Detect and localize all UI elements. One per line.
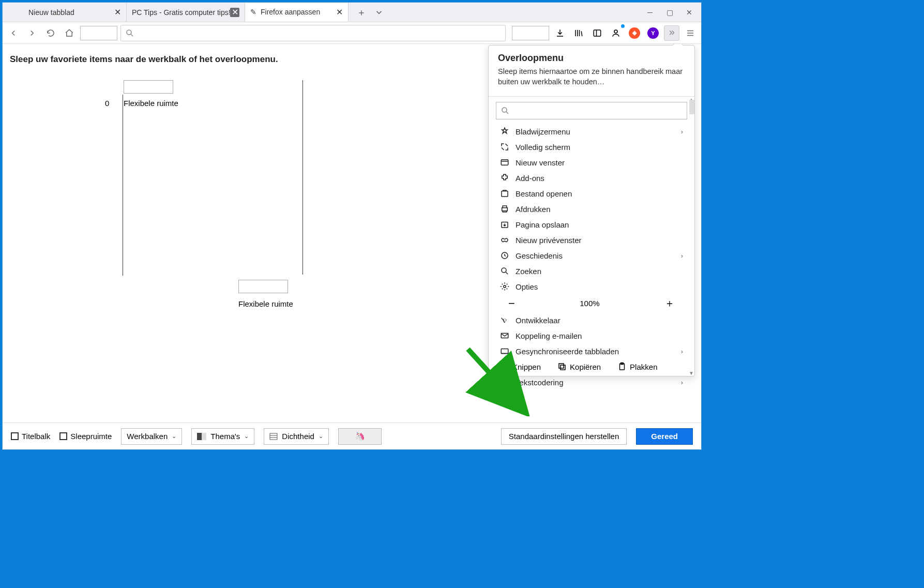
theme-swatch-icon [197, 433, 206, 440]
minimize-button[interactable]: ─ [641, 5, 659, 20]
menu-text-encoding[interactable]: Tekstcodering› [496, 374, 687, 390]
svg-rect-21 [202, 433, 206, 440]
menu-fullscreen[interactable]: Volledig scherm [496, 139, 687, 155]
palette-divider [302, 80, 303, 275]
menu-bookmarks[interactable]: Bladwijzermenu› [496, 124, 687, 139]
scroll-down-icon[interactable]: ▼ [689, 370, 694, 376]
close-window-button[interactable]: ✕ [680, 5, 698, 20]
tabs-dropdown-icon[interactable] [370, 5, 388, 20]
menu-new-window[interactable]: Nieuw venster [496, 155, 687, 170]
search-icon [125, 28, 134, 38]
menu-copy[interactable]: Kopiëren [557, 362, 601, 371]
menu-options[interactable]: Opties [496, 279, 687, 294]
density-icon [269, 433, 278, 440]
titlebar-checkbox[interactable]: Titelbalk [11, 432, 50, 441]
svg-rect-5 [502, 191, 508, 197]
menu-cut[interactable]: Knippen [500, 362, 541, 371]
tab-title: Nieuw tabblad [28, 8, 74, 17]
tab-strip: Nieuw tabblad ✕ PC Tips - Gratis compute… [3, 3, 701, 22]
chevron-right-icon: › [681, 252, 683, 260]
badge-dot [621, 24, 625, 28]
zoom-controls: − 100% ＋ [496, 294, 687, 312]
brush-icon: ✎ [250, 8, 256, 16]
back-button[interactable] [6, 25, 21, 41]
svg-rect-20 [197, 433, 202, 440]
customize-body: Sleep uw favoriete items naar de werkbal… [3, 44, 701, 423]
panel-title: Overloopmenu [498, 53, 685, 64]
account-button[interactable] [608, 25, 624, 41]
menu-addons[interactable]: Add-ons [496, 170, 687, 186]
done-button[interactable]: Gereed [636, 428, 693, 445]
library-button[interactable] [571, 25, 586, 41]
tab-customize[interactable]: ✎ Firefox aanpassen ✕ [245, 3, 349, 22]
svg-point-0 [127, 30, 131, 35]
palette-item-box[interactable] [238, 280, 288, 293]
chevron-right-icon: › [681, 128, 683, 135]
chevron-down-icon: ⌄ [319, 433, 323, 440]
menu-history[interactable]: Geschiedenis› [496, 248, 687, 263]
palette-label: Flexibele ruimte [238, 299, 293, 308]
downloads-button[interactable] [552, 25, 568, 41]
flex-slot[interactable] [512, 26, 549, 40]
menu-search[interactable]: Zoeken [496, 263, 687, 279]
svg-rect-22 [270, 433, 277, 440]
nav-toolbar: ◈ Y [3, 22, 701, 44]
palette-zero: 0 [105, 99, 109, 108]
flex-slot[interactable] [80, 26, 117, 40]
tab-new[interactable]: Nieuw tabblad ✕ [23, 3, 127, 22]
chevron-right-icon: › [681, 348, 683, 355]
menu-paste[interactable]: Plakken [617, 362, 657, 371]
maximize-button[interactable]: ▢ [661, 5, 678, 20]
new-tab-button[interactable]: ＋ [353, 5, 370, 20]
extension-brave-icon[interactable]: ◈ [627, 25, 642, 41]
whimsy-button[interactable]: 🦄 [338, 428, 382, 445]
menu-developer[interactable]: Ontwikkelaar [496, 312, 687, 328]
svg-point-9 [502, 268, 506, 273]
menu-save-page[interactable]: Pagina opslaan [496, 217, 687, 232]
zoom-in-button[interactable]: ＋ [664, 296, 675, 310]
reload-button[interactable] [43, 25, 58, 41]
svg-rect-6 [502, 208, 508, 211]
palette-item-box[interactable] [124, 80, 173, 94]
forward-button[interactable] [24, 25, 40, 41]
url-bar[interactable] [120, 25, 506, 41]
svg-rect-16 [559, 364, 564, 368]
svg-point-10 [504, 285, 506, 288]
close-icon[interactable]: ✕ [230, 8, 239, 17]
palette-divider [123, 95, 123, 276]
sidebar-button[interactable] [589, 25, 605, 41]
svg-rect-15 [561, 365, 565, 370]
chevron-down-icon: ⌄ [172, 433, 176, 440]
menu-open-file[interactable]: Bestand openen [496, 186, 687, 201]
density-dropdown[interactable]: Dichtheid⌄ [264, 428, 329, 445]
menu-synced-tabs[interactable]: Gesynchroniseerde tabbladen› [496, 343, 687, 359]
overflow-button[interactable] [664, 25, 679, 41]
customize-footer: Titelbalk Sleepruimte Werkbalken⌄ Thema'… [3, 423, 701, 449]
svg-rect-4 [501, 160, 508, 165]
restore-defaults-button[interactable]: Standaardinstellingen herstellen [501, 428, 627, 445]
extension-yahoo-icon[interactable]: Y [645, 25, 661, 41]
zoom-out-button[interactable]: − [508, 297, 515, 310]
themes-dropdown[interactable]: Thema's⌄ [191, 428, 254, 445]
dragspace-checkbox[interactable]: Sleepruimte [59, 432, 112, 441]
menu-private-window[interactable]: Nieuw privévenster [496, 232, 687, 248]
menu-print[interactable]: Afdrukken [496, 201, 687, 217]
toolbars-dropdown[interactable]: Werkbalken⌄ [121, 428, 182, 445]
scrollbar-thumb[interactable] [689, 100, 694, 114]
chevron-down-icon: ⌄ [244, 433, 249, 440]
close-icon[interactable]: ✕ [336, 7, 343, 17]
svg-rect-1 [594, 30, 601, 36]
close-icon[interactable]: ✕ [114, 7, 121, 17]
tab-pctips[interactable]: PC Tips - Gratis computer tips! - PC ✕ [127, 3, 245, 22]
palette-label: Flexibele ruimte [124, 99, 178, 108]
home-button[interactable] [62, 25, 77, 41]
svg-point-2 [614, 30, 617, 33]
overflow-search[interactable] [496, 102, 687, 119]
menu-email-link[interactable]: Koppeling e-mailen [496, 328, 687, 343]
panel-description: Sleep items hiernaartoe om ze binnen han… [498, 67, 685, 87]
browser-window: Nieuw tabblad ✕ PC Tips - Gratis compute… [2, 2, 702, 450]
chevron-right-icon: › [681, 379, 683, 386]
svg-point-3 [502, 108, 507, 112]
tab-title: PC Tips - Gratis computer tips! - PC [132, 8, 230, 17]
hamburger-menu[interactable] [683, 25, 698, 41]
